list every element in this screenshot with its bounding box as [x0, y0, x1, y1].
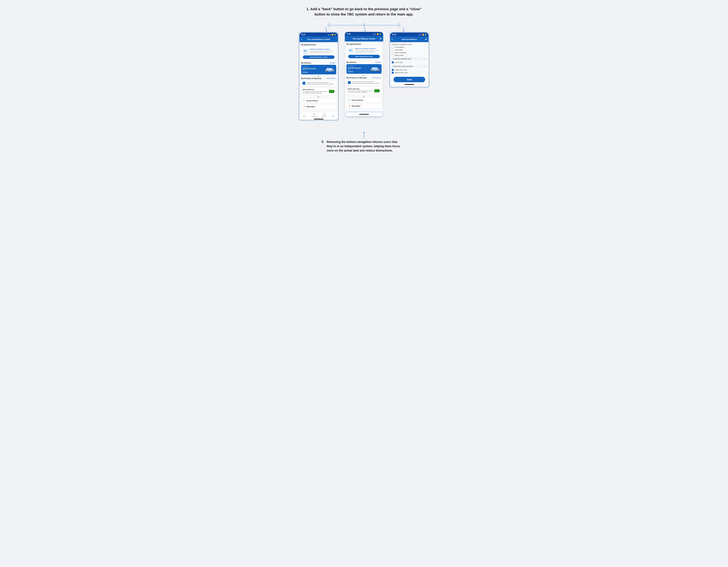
home-label: Home — [303, 116, 306, 117]
phone2-alert-text: To ensure your vehicle works properly, w… — [352, 81, 380, 84]
phone1-alert-icon: ! — [303, 82, 305, 85]
phone3-close-button[interactable]: ✕ — [425, 38, 427, 41]
svg-rect-11 — [334, 70, 334, 71]
phone3-filter-last30: Last 30 days — [392, 61, 427, 63]
phone2-body: My Appointments — [345, 42, 383, 111]
phone1-vehicles-header: My Vehicles Manage > — [301, 62, 336, 64]
cb-tire-install-label: Tire Installation — [395, 46, 404, 48]
svg-rect-32 — [379, 90, 380, 91]
phone1-nav-scan[interactable]: ⊡ Scan & Go — [311, 113, 317, 117]
phone2-vehicles-header: My Vehicles Manage > — [346, 61, 382, 63]
phone3-time: 9:41 — [392, 34, 396, 36]
svg-text:Energizer: Energizer — [375, 88, 378, 89]
phone2-vehicles-title: My Vehicles — [346, 61, 356, 63]
heading-text: Add a "back" button to go back to the pr… — [310, 7, 421, 16]
annotation-2-section: ▲ 2. Removing the bottom navigation info… — [284, 131, 444, 153]
svg-rect-19 — [349, 50, 351, 51]
phone1-warranty-card: Battery Warranty Get a battery exchange … — [301, 87, 336, 95]
phone1-nav-account[interactable]: ◯ Account — [322, 113, 326, 117]
phone2-get-products-link[interactable]: Get Products > — [372, 77, 382, 79]
phone2-book-button[interactable]: Book Appointment Today — [348, 55, 380, 58]
phone2-warranty-left: Battery Warranty Get a battery exchange … — [348, 88, 372, 93]
phone1-service-history-row[interactable]: 🔧 Service History — [301, 98, 336, 103]
cb-battery-check[interactable] — [392, 54, 394, 56]
phone3-back-button[interactable]: ‹ — [392, 38, 393, 41]
phone3-outline: 9:41 ▲▲ 📶 🔋 ‹ Service History ✕ FI — [390, 32, 429, 87]
more-label: More — [332, 116, 334, 117]
phone2-alert-card: ! To ensure your vehicle works properly,… — [346, 80, 382, 86]
cb-battery-install[interactable] — [392, 52, 394, 54]
scan-icon: ⊡ — [313, 113, 315, 115]
phone2-appt-subtitle: Visit Tire & Battery Center at Sam's Clu… — [355, 50, 380, 53]
p2dot2-1 — [364, 96, 365, 97]
svg-rect-23 — [372, 68, 374, 69]
phone1-appt-title: Need Tire & Battery Services? — [310, 48, 334, 50]
phone1-nav-title: Tire and Battery Center — [307, 38, 330, 41]
svg-rect-29 — [371, 69, 372, 70]
cb-atlanta[interactable] — [392, 69, 394, 71]
phone1-nav-more[interactable]: ··· More — [332, 113, 334, 117]
phone2-vehicle-card: ⊘ Verified Audi Q3 Premium 2017 GA1234 — [346, 64, 382, 74]
phone2-close-button[interactable]: ✕ — [379, 37, 382, 40]
phone2-nav-bar: Tire and Battery Center ✕ — [345, 36, 383, 42]
battery-svg-1: + - Energizer — [329, 89, 335, 94]
phone2-warranty-desc1: Get a battery exchange if your battery t… — [348, 90, 372, 92]
phone1-alert-text: To ensure your vehicle works properly, w… — [306, 82, 335, 85]
phone3-status-bar: 9:41 ▲▲ 📶 🔋 — [390, 33, 428, 36]
svg-rect-0 — [304, 50, 305, 52]
phone1-manage-link[interactable]: Manage > — [330, 62, 336, 64]
phone1-appt-icon — [303, 48, 309, 54]
cb-tire-rotation[interactable] — [392, 49, 394, 51]
cb-battery-check-label: Battery Check — [395, 55, 404, 56]
phone1-products-title: My Products & Warranty — [301, 77, 321, 79]
phone2-nav-title: Tire and Battery Center — [353, 38, 375, 40]
phone1-back-button[interactable]: ‹ — [301, 38, 302, 41]
phone2-appt-title: Need Tire & Battery Services? — [355, 48, 380, 49]
phone1-vehicle-card: ⊘ Verified Audi Q3 Premium 2017 GA1234 — [301, 65, 336, 74]
phone3-filter-type-label: FILTER BY SERVICE TYPE — [392, 44, 427, 45]
phone1-warranty-left: Battery Warranty Get a battery exchange … — [303, 89, 327, 94]
phone2-appointments-title: My Appointments — [346, 43, 382, 45]
svg-rect-5 — [329, 68, 332, 70]
phone1-alert-card: ! To ensure your vehicle works properly,… — [301, 80, 336, 86]
car-svg — [324, 66, 335, 73]
svg-rect-13 — [334, 91, 334, 92]
phone2-bottom-highlight — [345, 112, 383, 117]
phone3-filter-date-header[interactable]: FILTER BY SERVICE DATE ⌄ — [392, 57, 427, 60]
phone1-nav-bar: ‹ Tire and Battery Center — [300, 36, 338, 42]
phone3-filter-location-header[interactable]: FILTER BY CLUB LOCATION ⌄ — [392, 65, 427, 68]
dot2-active — [318, 97, 319, 97]
cb-tire-install[interactable] — [392, 46, 394, 48]
phone2-help-row[interactable]: ❓ Need Help? — [346, 104, 382, 109]
svg-text:+: + — [330, 91, 331, 92]
phone1-get-products-link[interactable]: Get Products > — [327, 78, 336, 79]
phone1-outline: 9:41 ▲▲ 📶 🔋 ‹ Tire and Battery Center My… — [299, 32, 338, 120]
phone2-time: 9:41 — [347, 33, 351, 35]
phone2-help-icon: ❓ — [348, 105, 350, 107]
phone1-dots-2 — [301, 97, 336, 97]
phone1-book-button[interactable]: Book Appointment Today — [303, 55, 334, 59]
phone1-appointment-card: Need Tire & Battery Services? Visit Tire… — [301, 47, 336, 61]
phone1-status-bar: 9:41 ▲▲ 📶 🔋 — [300, 33, 338, 36]
phone3-filter-battery-install: Battery Installation — [392, 52, 427, 54]
svg-point-28 — [377, 70, 378, 71]
cb-atlanta-label: Atlanta Sam's Club — [395, 69, 407, 71]
p2dot2-active — [363, 96, 364, 97]
phone3-body: FILTER BY SERVICE TYPE Tire Installation… — [390, 42, 428, 87]
cb-last30[interactable] — [392, 61, 394, 63]
phone3-apply-button[interactable]: Apply — [394, 77, 425, 82]
svg-point-7 — [327, 71, 328, 72]
svg-text:Energizer: Energizer — [329, 89, 333, 90]
phone2: 9:41 ▲▲ 📶 🔋 Tire and Battery Center ✕ My… — [345, 32, 383, 117]
phone1-nav-home[interactable]: ⌂ Home — [303, 113, 306, 117]
phone1-appt-subtitle: Visit Tire & Battery Center at Sam's Clu… — [310, 50, 334, 53]
cb-marietta[interactable] — [392, 72, 394, 74]
phone2-home-indicator — [359, 114, 369, 115]
phone1-help-row[interactable]: ❓ Need Help? — [301, 104, 336, 109]
phone1-products-header: My Products & Warranty Get Products > — [301, 77, 336, 79]
phone2-manage-link[interactable]: Manage > — [375, 61, 382, 63]
phone2-alert-icon: ! — [348, 81, 351, 84]
phone2-service-history-row[interactable]: 🔧 Service History — [346, 98, 382, 103]
phone1-status-icons: ▲▲ 📶 🔋 — [328, 34, 336, 36]
svg-text:-: - — [377, 90, 378, 92]
